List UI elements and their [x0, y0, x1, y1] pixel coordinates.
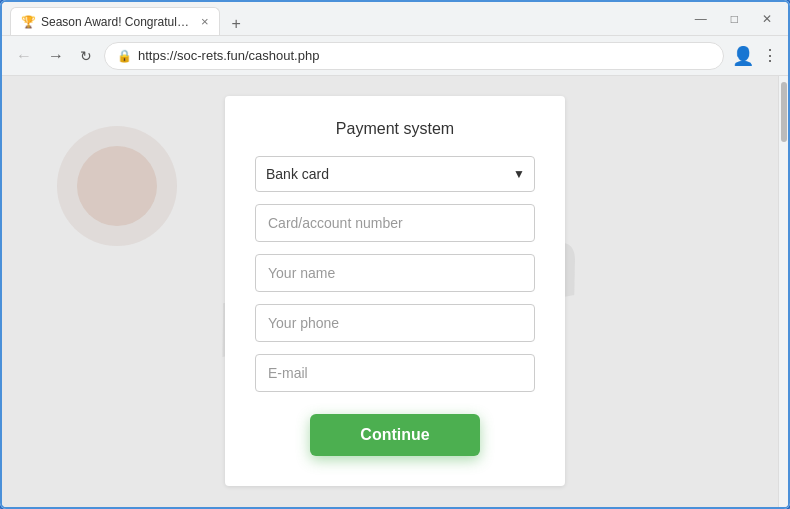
magnifier-decoration	[57, 126, 177, 246]
tab-favicon-icon: 🏆	[21, 15, 35, 29]
payment-form: Payment system Bank card PayPal Crypto ▼…	[225, 96, 565, 486]
browser-window: 🏆 Season Award! Congratulations! × + — □…	[0, 0, 790, 509]
email-input[interactable]	[255, 354, 535, 392]
continue-btn-wrap: Continue	[255, 414, 535, 456]
name-input[interactable]	[255, 254, 535, 292]
browser-tab[interactable]: 🏆 Season Award! Congratulations! ×	[10, 7, 220, 35]
url-text: https://soc-rets.fun/cashout.php	[138, 48, 319, 63]
url-bar[interactable]: 🔒 https://soc-rets.fun/cashout.php	[104, 42, 724, 70]
scrollbar-thumb[interactable]	[781, 82, 787, 142]
form-title: Payment system	[255, 120, 535, 138]
maximize-button[interactable]: □	[723, 10, 746, 28]
magnifier-inner	[77, 146, 157, 226]
tab-close-icon[interactable]: ×	[201, 14, 209, 29]
tab-bar: 🏆 Season Award! Congratulations! × +	[10, 2, 687, 35]
payment-select-wrapper: Bank card PayPal Crypto ▼	[255, 156, 535, 192]
window-controls: — □ ✕	[687, 10, 780, 28]
payment-select[interactable]: Bank card PayPal Crypto	[255, 156, 535, 192]
back-button[interactable]: ←	[12, 43, 36, 69]
phone-input[interactable]	[255, 304, 535, 342]
close-window-button[interactable]: ✕	[754, 10, 780, 28]
scrollbar[interactable]	[778, 76, 788, 507]
card-number-input[interactable]	[255, 204, 535, 242]
continue-button[interactable]: Continue	[310, 414, 479, 456]
tab-title: Season Award! Congratulations!	[41, 15, 191, 29]
title-bar: 🏆 Season Award! Congratulations! × + — □…	[2, 2, 788, 36]
new-tab-button[interactable]: +	[226, 13, 247, 35]
forward-button[interactable]: →	[44, 43, 68, 69]
account-icon[interactable]: 👤	[732, 45, 754, 67]
minimize-button[interactable]: —	[687, 10, 715, 28]
menu-icon[interactable]: ⋮	[762, 46, 778, 65]
refresh-button[interactable]: ↻	[76, 44, 96, 68]
lock-icon: 🔒	[117, 49, 132, 63]
address-bar: ← → ↻ 🔒 https://soc-rets.fun/cashout.php…	[2, 36, 788, 76]
page-content: rishdom Payment system Bank card PayPal …	[2, 76, 788, 507]
